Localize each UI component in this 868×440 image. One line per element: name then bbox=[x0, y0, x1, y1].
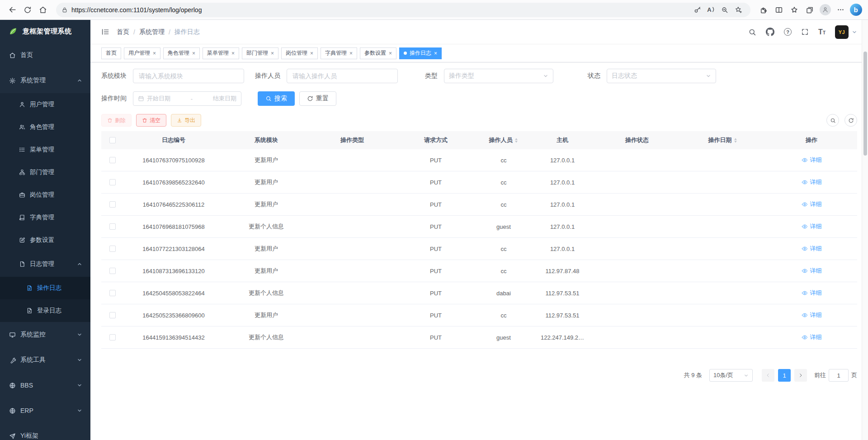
address-bar[interactable]: https://ccnetcore.com:1101/system/log/op… bbox=[56, 3, 750, 17]
sidebar-item-erp[interactable]: ERP bbox=[0, 398, 90, 423]
collections-button[interactable] bbox=[802, 2, 817, 18]
sort-carets-icon[interactable] bbox=[514, 137, 519, 144]
row-checkbox[interactable] bbox=[109, 246, 116, 252]
detail-link[interactable]: 详细 bbox=[802, 200, 822, 208]
clear-button[interactable]: 清空 bbox=[136, 114, 166, 127]
prev-page-button[interactable] bbox=[762, 369, 774, 382]
goto-input[interactable] bbox=[829, 369, 849, 382]
breadcrumb-item-system-mgmt[interactable]: 系统管理 bbox=[139, 28, 165, 36]
browser-refresh-button[interactable] bbox=[20, 2, 35, 18]
scrollbar-thumb[interactable] bbox=[863, 52, 867, 156]
breadcrumb-item-home[interactable]: 首页 bbox=[117, 28, 129, 36]
row-checkbox[interactable] bbox=[109, 312, 116, 318]
tab-role-mgmt[interactable]: 角色管理× bbox=[163, 47, 200, 59]
detail-link[interactable]: 详细 bbox=[802, 267, 822, 275]
detail-link[interactable]: 详细 bbox=[802, 333, 822, 341]
page-scrollbar[interactable] bbox=[862, 20, 868, 440]
tab-home[interactable]: 首页 bbox=[101, 47, 121, 59]
detail-link[interactable]: 详细 bbox=[802, 156, 822, 164]
detail-link[interactable]: 详细 bbox=[802, 222, 822, 231]
sidebar-item-dept-mgmt[interactable]: 部门管理 bbox=[0, 161, 90, 184]
browser-settings-button[interactable] bbox=[833, 2, 848, 18]
split-screen-button[interactable] bbox=[771, 2, 787, 18]
github-button[interactable] bbox=[766, 28, 774, 36]
page-number-1[interactable]: 1 bbox=[778, 369, 791, 382]
column-header-operator[interactable]: 操作人员 bbox=[476, 131, 531, 149]
table-refresh-button[interactable] bbox=[844, 114, 857, 127]
sidebar-item-home[interactable]: 首页 bbox=[0, 43, 90, 68]
sidebar-item-login-log[interactable]: 登录日志 bbox=[0, 299, 90, 322]
zoom-out-button[interactable] bbox=[718, 4, 731, 16]
sidebar-item-log-mgmt[interactable]: 日志管理 bbox=[0, 251, 90, 277]
header-search-button[interactable] bbox=[748, 28, 756, 36]
browser-home-button[interactable] bbox=[35, 2, 51, 18]
browser-back-button[interactable] bbox=[5, 2, 20, 18]
delete-button[interactable]: 删除 bbox=[101, 114, 132, 127]
row-checkbox[interactable] bbox=[109, 201, 116, 208]
row-checkbox[interactable] bbox=[109, 157, 116, 163]
search-button[interactable]: 搜索 bbox=[258, 91, 295, 106]
close-icon[interactable]: × bbox=[153, 51, 156, 56]
tab-dict-mgmt[interactable]: 字典管理× bbox=[321, 47, 357, 59]
read-aloud-button[interactable]: A bbox=[704, 4, 718, 16]
close-icon[interactable]: × bbox=[349, 51, 353, 56]
row-checkbox[interactable] bbox=[109, 179, 116, 185]
row-checkbox[interactable] bbox=[109, 290, 116, 296]
select-all-checkbox[interactable] bbox=[109, 137, 116, 143]
type-select[interactable]: 操作类型 bbox=[444, 69, 553, 83]
detail-link[interactable]: 详细 bbox=[802, 311, 822, 319]
tab-dept-mgmt[interactable]: 部门管理× bbox=[242, 47, 278, 59]
sidebar-item-system-monitor[interactable]: 系统监控 bbox=[0, 322, 90, 347]
close-icon[interactable]: × bbox=[310, 51, 313, 56]
close-icon[interactable]: × bbox=[192, 51, 195, 56]
reset-button[interactable]: 重置 bbox=[299, 91, 336, 106]
row-checkbox[interactable] bbox=[109, 334, 116, 341]
next-page-button[interactable] bbox=[794, 369, 807, 382]
extensions-button[interactable] bbox=[756, 2, 771, 18]
add-favorite-button[interactable] bbox=[731, 4, 745, 16]
favorites-button[interactable] bbox=[787, 2, 802, 18]
browser-profile-button[interactable] bbox=[817, 2, 833, 18]
close-icon[interactable]: × bbox=[271, 51, 274, 56]
tab-post-mgmt[interactable]: 岗位管理× bbox=[281, 47, 318, 59]
font-size-button[interactable]: TT bbox=[818, 28, 826, 36]
column-header-date[interactable]: 操作日期 bbox=[680, 131, 766, 149]
sidebar-item-system-tools[interactable]: 系统工具 bbox=[0, 347, 90, 373]
sidebar-item-bbs[interactable]: BBS bbox=[0, 373, 90, 398]
close-icon[interactable]: × bbox=[231, 51, 235, 56]
tab-oper-log[interactable]: 操作日志× bbox=[399, 47, 442, 59]
detail-link[interactable]: 详细 bbox=[802, 289, 822, 297]
sidebar-item-dict-mgmt[interactable]: 字典管理 bbox=[0, 206, 90, 229]
sidebar-item-oper-log[interactable]: 操作日志 bbox=[0, 277, 90, 299]
operator-input[interactable] bbox=[287, 69, 398, 83]
password-key-button[interactable] bbox=[691, 4, 704, 16]
close-icon[interactable]: × bbox=[434, 51, 437, 56]
page-size-select[interactable]: 10条/页 bbox=[709, 369, 753, 382]
close-icon[interactable]: × bbox=[389, 51, 392, 56]
fullscreen-button[interactable] bbox=[801, 28, 809, 36]
status-select[interactable]: 日志状态 bbox=[607, 69, 716, 83]
sidebar-toggle-button[interactable] bbox=[97, 24, 113, 40]
export-button[interactable]: 导出 bbox=[171, 114, 201, 127]
sidebar-item-user-mgmt[interactable]: 用户管理 bbox=[0, 93, 90, 116]
sidebar-item-post-mgmt[interactable]: 岗位管理 bbox=[0, 184, 90, 206]
detail-link[interactable]: 详细 bbox=[802, 178, 822, 186]
date-range-input[interactable]: 开始日期 - 结束日期 bbox=[133, 91, 241, 106]
tab-user-mgmt[interactable]: 用户管理× bbox=[124, 47, 160, 59]
table-search-toggle-button[interactable] bbox=[826, 114, 839, 127]
module-input[interactable] bbox=[133, 69, 244, 83]
sort-carets-icon[interactable] bbox=[733, 137, 738, 144]
sidebar-item-menu-mgmt[interactable]: 菜单管理 bbox=[0, 138, 90, 161]
sidebar-item-param-settings[interactable]: 参数设置 bbox=[0, 229, 90, 251]
sidebar-item-role-mgmt[interactable]: 角色管理 bbox=[0, 116, 90, 138]
user-avatar[interactable]: YJ bbox=[835, 25, 857, 39]
row-checkbox[interactable] bbox=[109, 268, 116, 274]
help-button[interactable]: ? bbox=[784, 28, 792, 36]
sidebar-item-system-mgmt[interactable]: 系统管理 bbox=[0, 68, 90, 93]
sidebar-item-yi-framework[interactable]: Yi框架 bbox=[0, 423, 90, 440]
tab-menu-mgmt[interactable]: 菜单管理× bbox=[203, 47, 239, 59]
row-checkbox[interactable] bbox=[109, 223, 116, 230]
bing-button[interactable]: b bbox=[848, 2, 863, 18]
detail-link[interactable]: 详细 bbox=[802, 245, 822, 253]
tab-param-settings[interactable]: 参数设置× bbox=[360, 47, 396, 59]
